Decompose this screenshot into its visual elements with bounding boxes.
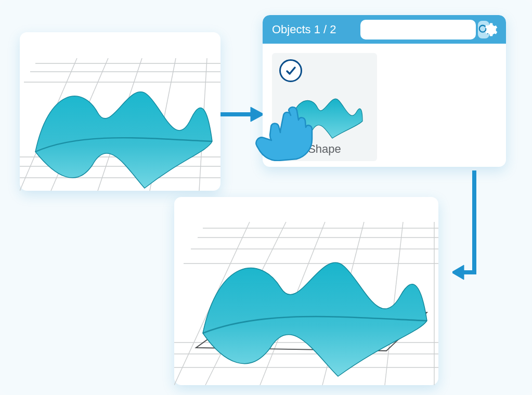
arrow-to-result	[452, 170, 484, 289]
source-3d-view	[20, 32, 220, 191]
shape-3d-render	[20, 32, 220, 191]
diagram-canvas: Objects 1 / 2	[0, 0, 532, 395]
search-input[interactable]	[366, 24, 478, 35]
gear-icon	[482, 22, 498, 37]
shape-thumbnail	[286, 82, 364, 139]
objects-panel: Objects 1 / 2	[263, 15, 506, 167]
check-icon	[284, 64, 297, 77]
object-item-label: Shape	[308, 142, 341, 156]
search-field[interactable]	[360, 20, 476, 40]
objects-panel-header: Objects 1 / 2	[263, 15, 506, 44]
arrow-to-objects	[220, 104, 264, 125]
objects-panel-title: Objects 1 / 2	[272, 23, 336, 36]
shape-3d-render-selected	[174, 197, 438, 385]
settings-button[interactable]	[481, 21, 499, 38]
object-item-shape[interactable]: Shape	[272, 53, 377, 161]
objects-panel-body: Shape	[263, 44, 506, 167]
result-3d-view	[174, 197, 438, 385]
svg-marker-15	[452, 265, 464, 280]
selection-check[interactable]	[279, 59, 302, 82]
